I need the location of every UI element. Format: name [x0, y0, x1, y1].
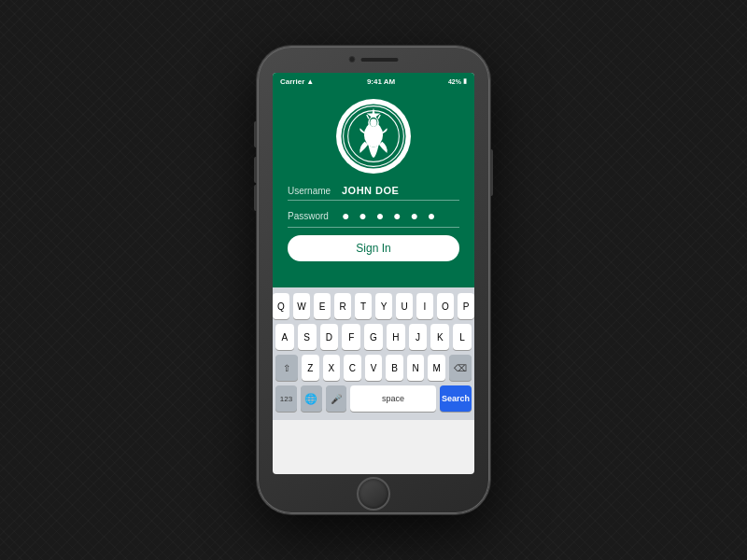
status-bar-time: 9:41 AM: [367, 77, 395, 86]
key-e[interactable]: E: [314, 293, 331, 319]
password-label: Password: [288, 211, 342, 221]
key-d[interactable]: D: [320, 324, 339, 350]
app-header: Username JOHN DOE Password ● ● ● ● ● ● S…: [273, 90, 474, 287]
password-value[interactable]: ● ● ● ● ● ●: [342, 208, 459, 223]
wifi-icon: ▲: [306, 77, 314, 86]
status-bar: Carrier ▲ 9:41 AM 42% ▮: [273, 73, 474, 90]
carrier-text: Carrier: [280, 77, 304, 86]
shift-key[interactable]: ⇧: [275, 355, 298, 381]
key-v[interactable]: V: [365, 355, 383, 381]
key-n[interactable]: N: [407, 355, 425, 381]
svg-point-7: [370, 119, 376, 127]
mic-key[interactable]: 🎤: [326, 385, 347, 412]
keyboard-row-2: A S D F G H J K L: [275, 324, 472, 350]
key-h[interactable]: H: [387, 324, 405, 350]
key-l[interactable]: L: [453, 324, 472, 350]
password-field-row: Password ● ● ● ● ● ●: [288, 208, 459, 228]
key-u[interactable]: U: [396, 293, 413, 319]
front-camera: [349, 56, 356, 63]
status-bar-right: 42% ▮: [448, 77, 467, 85]
space-key[interactable]: space: [350, 385, 435, 412]
key-w[interactable]: W: [293, 293, 310, 319]
keyboard-row-1: Q W E R T Y U I O P: [275, 293, 472, 319]
key-b[interactable]: B: [386, 355, 403, 381]
phone-device: Carrier ▲ 9:41 AM 42% ▮: [258, 47, 489, 513]
keyboard-row-4: 123 🌐 🎤 space Search: [275, 385, 472, 412]
key-t[interactable]: T: [355, 293, 372, 319]
globe-key[interactable]: 🌐: [301, 385, 322, 412]
key-i[interactable]: I: [416, 293, 433, 319]
username-field-row: Username JOHN DOE: [288, 185, 459, 201]
key-z[interactable]: Z: [302, 355, 319, 381]
search-key[interactable]: Search: [440, 385, 472, 412]
home-button[interactable]: [357, 477, 390, 511]
username-label: Username: [288, 186, 342, 196]
key-o[interactable]: O: [437, 293, 454, 319]
key-j[interactable]: J: [409, 324, 428, 350]
key-f[interactable]: F: [342, 324, 360, 350]
keyboard-row-3: ⇧ Z X C V B N M ⌫: [275, 355, 472, 381]
battery-icon: ▮: [463, 77, 467, 85]
starbucks-logo-svg: [340, 103, 407, 170]
starbucks-logo-container: [336, 99, 411, 174]
key-s[interactable]: S: [298, 324, 317, 350]
key-r[interactable]: R: [334, 293, 351, 319]
login-form: Username JOHN DOE Password ● ● ● ● ● ● S…: [273, 185, 474, 273]
key-g[interactable]: G: [364, 324, 383, 350]
sign-in-button[interactable]: Sign In: [288, 235, 459, 261]
battery-percent: 42%: [448, 78, 461, 85]
key-k[interactable]: K: [430, 324, 449, 350]
phone-screen: Carrier ▲ 9:41 AM 42% ▮: [273, 73, 474, 474]
key-p[interactable]: P: [458, 293, 474, 319]
phone-top-notch: [349, 56, 399, 63]
key-x[interactable]: X: [323, 355, 341, 381]
speaker-grille: [361, 58, 399, 62]
username-value[interactable]: JOHN DOE: [342, 185, 459, 196]
status-bar-left: Carrier ▲: [280, 77, 314, 86]
backspace-key[interactable]: ⌫: [449, 355, 472, 381]
key-a[interactable]: A: [275, 324, 294, 350]
phone-bottom: [357, 474, 390, 513]
key-q[interactable]: Q: [273, 293, 289, 319]
numbers-key[interactable]: 123: [275, 385, 297, 412]
key-y[interactable]: Y: [375, 293, 392, 319]
phone-body: Carrier ▲ 9:41 AM 42% ▮: [258, 47, 489, 513]
key-c[interactable]: C: [344, 355, 361, 381]
keyboard: Q W E R T Y U I O P A S D F G: [273, 287, 474, 420]
key-m[interactable]: M: [428, 355, 445, 381]
